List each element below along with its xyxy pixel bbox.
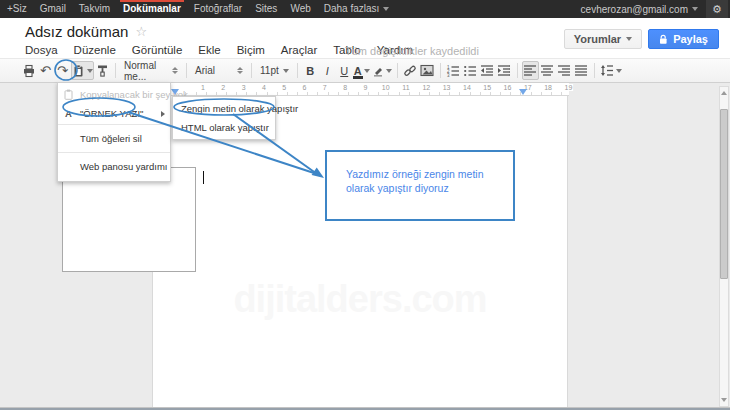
menu-insert[interactable]: Ekle — [198, 44, 220, 56]
right-indent-marker[interactable] — [519, 89, 527, 95]
document-title[interactable]: Adsız doküman — [25, 23, 128, 40]
menu-item-label: Tüm öğeleri sil — [80, 133, 142, 144]
redo-icon[interactable]: ↷ — [54, 61, 71, 80]
topbar-item-sites[interactable]: Sites — [255, 0, 277, 18]
scrollbar-thumb[interactable] — [720, 109, 728, 279]
watermark-text: dijitalders.com — [153, 278, 567, 321]
menu-format[interactable]: Biçim — [237, 44, 265, 56]
paste-submenu: Zengin metin olarak yapıştır HTML olarak… — [172, 96, 276, 140]
align-center-icon[interactable] — [539, 61, 556, 80]
topbar-item-documents[interactable]: Dokümanlar — [123, 0, 181, 18]
highlight-icon[interactable] — [371, 61, 393, 80]
font-size-dropdown[interactable]: 11pt — [256, 61, 293, 80]
submenu-arrow-icon — [161, 111, 165, 117]
outdent-icon[interactable] — [479, 61, 496, 80]
numbered-list-icon[interactable]: 123 — [445, 61, 462, 80]
font-dropdown[interactable]: Arial — [191, 61, 247, 80]
justify-icon[interactable] — [573, 61, 590, 80]
header-buttons: Yorumlar Paylaş — [564, 29, 719, 49]
account-menu[interactable]: cevherozan@gmail.com — [581, 4, 698, 15]
topbar-item-calendar[interactable]: Takvim — [79, 0, 110, 18]
menu-file[interactable]: Dosya — [25, 44, 58, 56]
updown-icon — [172, 67, 178, 74]
topbar-item-more[interactable]: Daha fazlası — [324, 0, 390, 18]
menu-item-paste-html[interactable]: HTML olarak yapıştır — [173, 118, 275, 137]
annotation-note-box: Yazdımız örneği zengin metin olarak yapı… — [325, 150, 515, 221]
vertical-scrollbar[interactable] — [719, 86, 729, 407]
gear-icon: ⚙ — [712, 3, 722, 16]
bullet-list-icon[interactable] — [462, 61, 479, 80]
topbar-item-plus-you[interactable]: +Siz — [7, 0, 27, 18]
toolbar-separator — [594, 63, 595, 78]
topbar-right: cevherozan@gmail.com ⚙ — [581, 0, 730, 18]
line-spacing-icon[interactable] — [599, 61, 623, 80]
lock-icon — [659, 34, 668, 45]
scroll-up-icon[interactable] — [721, 91, 727, 95]
share-button[interactable]: Paylaş — [648, 29, 719, 49]
bold-button[interactable]: B — [302, 61, 319, 80]
toolbar-separator — [517, 63, 518, 78]
print-icon[interactable] — [20, 61, 37, 80]
paint-format-icon[interactable] — [94, 61, 111, 80]
menu-item-nothing-to-copy: Kopyalanacak bir şey yok — [58, 85, 170, 104]
toolbar-separator — [397, 63, 398, 78]
align-right-icon[interactable] — [556, 61, 573, 80]
sample-textbox[interactable]: ÖRNEK YAZI — [62, 167, 196, 272]
google-docs-window: +Siz Gmail Takvim Dokümanlar Fotoğraflar… — [0, 0, 730, 410]
image-icon[interactable] — [419, 61, 436, 80]
topbar-more-label: Daha fazlası — [324, 0, 380, 18]
menu-tools[interactable]: Araçlar — [281, 44, 317, 56]
menu-item-label: Zengin metin olarak yapıştır — [181, 103, 298, 114]
scroll-down-icon[interactable] — [721, 398, 727, 402]
toolbar-separator — [186, 63, 187, 78]
menu-view[interactable]: Görüntüle — [132, 44, 183, 56]
toolbar-separator — [440, 63, 441, 78]
undo-icon[interactable]: ↶ — [37, 61, 54, 80]
text-snippet-icon: A — [65, 108, 72, 119]
menu-item-ornek-yazi[interactable]: A "ÖRNEK YAZI" — [58, 104, 170, 123]
underline-button[interactable]: U — [336, 61, 353, 80]
share-label: Paylaş — [673, 33, 708, 45]
topbar-nav: +Siz Gmail Takvim Dokümanlar Fotoğraflar… — [0, 0, 389, 18]
toolbar-separator — [297, 63, 298, 78]
link-icon[interactable] — [402, 61, 419, 80]
settings-gear-button[interactable]: ⚙ — [706, 0, 728, 18]
style-dropdown-value: Normal me... — [124, 60, 168, 82]
toolbar-separator — [115, 63, 116, 78]
text-color-letter: A — [354, 66, 362, 76]
topbar-item-web[interactable]: Web — [290, 0, 310, 18]
document-header: Adsız doküman ☆ Dosya Düzenle Görüntüle … — [0, 18, 730, 58]
topbar-item-gmail[interactable]: Gmail — [40, 0, 66, 18]
comments-button[interactable]: Yorumlar — [564, 29, 642, 49]
text-color-icon[interactable]: A — [353, 61, 371, 80]
menu-item-clipboard-help[interactable]: Web panosu yardımı — [58, 154, 170, 179]
chevron-down-icon — [87, 69, 93, 73]
topbar-item-photos[interactable]: Fotoğraflar — [194, 0, 242, 18]
italic-button[interactable]: I — [319, 61, 336, 80]
indent-icon[interactable] — [496, 61, 513, 80]
google-topbar: +Siz Gmail Takvim Dokümanlar Fotoğraflar… — [0, 0, 730, 18]
svg-text:3: 3 — [447, 73, 450, 77]
account-email: cevherozan@gmail.com — [581, 4, 688, 15]
toolbar: ↶ ↷ Normal me... Arial 11pt B I U A — [0, 58, 730, 83]
align-left-icon[interactable] — [522, 61, 539, 80]
menu-item-clear-all[interactable]: Tüm öğeleri sil — [58, 126, 170, 151]
chevron-down-icon — [626, 37, 632, 41]
chevron-down-icon — [283, 69, 289, 73]
menu-separator — [58, 124, 170, 125]
star-icon[interactable]: ☆ — [135, 24, 147, 39]
updown-icon — [237, 67, 243, 74]
menu-edit[interactable]: Düzenle — [74, 44, 116, 56]
chevron-down-icon — [386, 69, 392, 73]
web-clipboard-icon[interactable] — [71, 61, 94, 80]
document-page[interactable]: dijitalders.com — [152, 96, 568, 407]
paragraph-style-dropdown[interactable]: Normal me... — [120, 61, 182, 80]
ruler: 112345678910111213141516171819 — [152, 83, 569, 96]
save-status: Tüm değişiklikler kaydedildi — [345, 45, 479, 57]
menu-separator — [58, 152, 170, 153]
menu-item-label: Web panosu yardımı — [80, 161, 167, 172]
menu-item-label: "ÖRNEK YAZI" — [80, 108, 143, 119]
chevron-down-icon — [616, 69, 622, 73]
menu-item-paste-rich-text[interactable]: Zengin metin olarak yapıştır — [173, 99, 275, 118]
chevron-down-icon — [692, 7, 698, 11]
